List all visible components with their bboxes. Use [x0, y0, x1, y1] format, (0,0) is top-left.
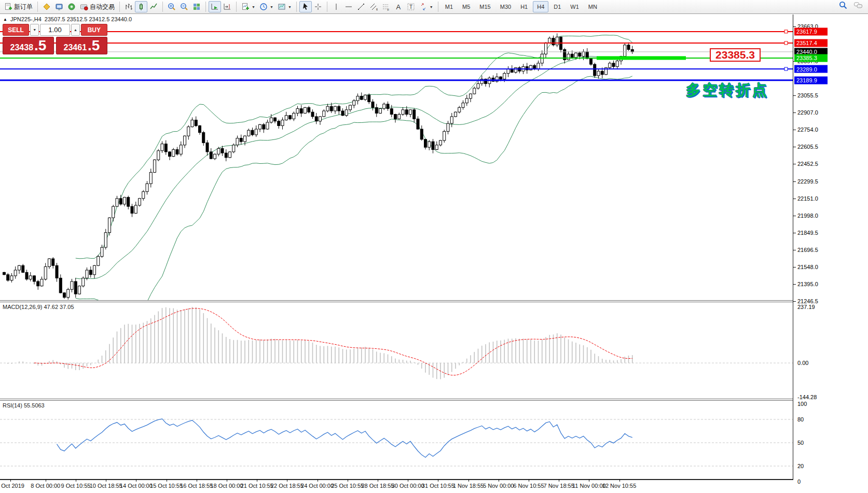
chart-ohlc-values: 23507.5 23512.5 23412.5 23440.0	[45, 16, 132, 22]
macd-axis-tick: 237.19	[797, 304, 815, 310]
vertical-line-button[interactable]	[330, 1, 342, 12]
new-order-button[interactable]: 新订单	[2, 1, 35, 12]
data-window-button[interactable]	[65, 1, 78, 12]
bar-chart-button[interactable]	[122, 1, 135, 12]
pivot-band	[597, 56, 686, 60]
time-axis-label: 7 Nov 18:55	[543, 483, 574, 489]
volume-up-button[interactable]: ▲	[71, 24, 80, 36]
timeframe-button-h1[interactable]: H1	[516, 1, 532, 12]
navigator-button[interactable]	[40, 1, 53, 12]
buy-button[interactable]: BUY	[81, 24, 107, 36]
price-axis-tick: 21849.5	[797, 230, 818, 236]
text-icon: A	[396, 3, 401, 11]
vertical-line-icon	[332, 3, 340, 11]
arrows-icon	[419, 3, 428, 11]
auto-scroll-button[interactable]	[209, 1, 221, 12]
periods-button[interactable]: ▼	[257, 1, 275, 12]
toolbar-right-group	[839, 1, 864, 9]
zoom-out-icon	[180, 3, 188, 11]
time-axis-tick	[378, 479, 378, 482]
macd-pane[interactable]	[0, 302, 793, 399]
timeframe-button-w1[interactable]: W1	[566, 1, 583, 12]
timeframe-button-h4[interactable]: H4	[533, 1, 548, 12]
timeframe-button-m15[interactable]: M15	[475, 1, 494, 12]
time-axis-tick	[589, 479, 589, 482]
pivot-note-text[interactable]: 多空转折点	[686, 80, 769, 100]
tile-windows-button[interactable]	[190, 1, 203, 12]
line-handle[interactable]	[784, 41, 788, 45]
time-axis-label: 15 Oct 10:55	[150, 483, 183, 489]
time-axis-label: 5 Nov 00:00	[483, 483, 514, 489]
price-axis-tick: 22754.0	[797, 126, 818, 133]
candlestick-button[interactable]	[135, 1, 147, 12]
rsi-axis-tick: 50	[797, 440, 804, 446]
cursor-button[interactable]	[299, 1, 312, 12]
collapse-icon[interactable]: ▲	[3, 17, 7, 22]
text-button[interactable]: A	[392, 1, 405, 12]
line-chart-button[interactable]	[147, 1, 160, 12]
buy-price-button[interactable]: 23461 .5	[56, 37, 107, 54]
equidistant-channel-button[interactable]: E	[367, 1, 380, 12]
auto-trading-button[interactable]: 自动交易	[78, 1, 117, 12]
price-axis-tick: 22605.5	[797, 144, 818, 150]
rsi-pane[interactable]	[0, 401, 793, 479]
timeframe-button-m1[interactable]: M1	[441, 1, 457, 12]
sell-button[interactable]: SELL	[3, 24, 29, 36]
timeframe-button-m30[interactable]: M30	[496, 1, 515, 12]
time-axis-tick	[529, 479, 529, 482]
fibonacci-icon: F	[382, 3, 390, 11]
price-axis-tick: 22907.0	[797, 109, 818, 116]
timeframe-button-m5[interactable]: M5	[458, 1, 474, 12]
toolbar-separator	[296, 2, 297, 12]
toolbar-separator	[205, 2, 206, 12]
time-axis-tick	[257, 479, 257, 482]
new-order-label: 新订单	[14, 3, 33, 11]
price-axis-tick: 21998.0	[797, 213, 818, 219]
bar-chart-icon	[125, 3, 133, 11]
templates-button[interactable]: ▼	[275, 1, 294, 12]
market-watch-button[interactable]	[53, 1, 65, 12]
search-icon[interactable]	[839, 1, 847, 9]
indicators-button[interactable]: ▼	[239, 1, 257, 12]
time-axis-tick	[136, 479, 136, 482]
horizontal-line-button[interactable]	[342, 1, 355, 12]
axis-tick-mark	[793, 95, 796, 96]
line-handle[interactable]	[784, 30, 788, 33]
line-handle[interactable]	[784, 67, 788, 71]
price-annotation-box[interactable]: 23385.3	[710, 48, 761, 62]
macd-signal-line	[34, 308, 632, 375]
chart-symbol-label: JPN225-,H4	[10, 16, 42, 22]
timeframe-button-d1[interactable]: D1	[549, 1, 565, 12]
time-axis-label: 18 Oct 00:00	[210, 483, 243, 489]
svg-text:E: E	[376, 8, 378, 11]
time-axis-tick	[619, 479, 620, 482]
crosshair-button[interactable]	[312, 1, 324, 12]
navigator-icon	[43, 3, 51, 11]
chat-icon[interactable]	[852, 1, 864, 9]
timeframe-button-mn[interactable]: MN	[584, 1, 601, 12]
time-axis-label: 1 Nov 18:55	[453, 483, 484, 489]
time-axis-label: 28 Oct 18:55	[361, 483, 394, 489]
axis-tick-mark	[793, 216, 796, 216]
dropdown-caret: ▼	[252, 5, 255, 9]
sell-price-button[interactable]: 23438 .5	[3, 37, 54, 54]
data-window-icon	[67, 3, 76, 11]
text-label-button[interactable]: T	[405, 1, 417, 12]
rsi-line	[57, 419, 632, 457]
volume-input[interactable]	[40, 24, 70, 36]
axis-tick-mark	[793, 199, 796, 199]
time-axis-tick	[408, 479, 408, 482]
chart-shift-button[interactable]	[221, 1, 233, 12]
volume-down-button[interactable]: ▼	[30, 24, 39, 36]
cursor-icon	[301, 3, 310, 11]
trendline-button[interactable]	[355, 1, 367, 12]
time-axis-tick	[46, 479, 46, 482]
zoom-out-button[interactable]	[178, 1, 190, 12]
arrows-button[interactable]: ▼	[417, 1, 435, 12]
zoom-in-button[interactable]	[166, 1, 178, 12]
axis-tick-mark	[793, 301, 796, 302]
price-axis-tick: 22151.0	[797, 195, 818, 202]
fibonacci-button[interactable]: F	[380, 1, 392, 12]
main-chart-pane[interactable]	[0, 15, 793, 300]
time-axis-label: 14 Oct 00:00	[120, 483, 153, 489]
